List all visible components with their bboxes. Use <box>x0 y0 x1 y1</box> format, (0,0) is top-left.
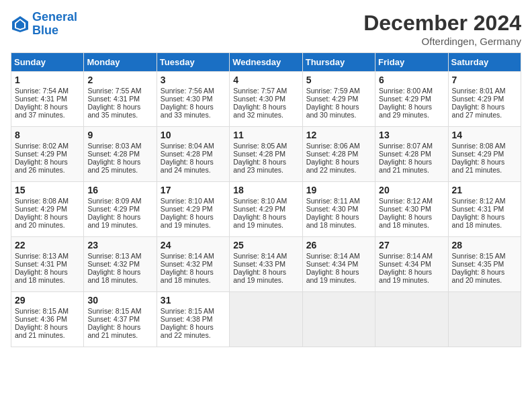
sunrise-label: Sunrise: 8:13 AM <box>15 252 69 260</box>
day-cell: 20 Sunrise: 8:12 AM Sunset: 4:30 PM Dayl… <box>375 182 448 237</box>
sunset-label: Sunset: 4:28 PM <box>306 150 359 158</box>
daylight-label: Daylight: 8 hours and 27 minutes. <box>452 103 505 119</box>
col-sunday: Sunday <box>11 53 84 72</box>
day-cell: 28 Sunrise: 8:15 AM Sunset: 4:35 PM Dayl… <box>448 237 521 292</box>
day-number: 30 <box>87 295 152 306</box>
calendar-table: Sunday Monday Tuesday Wednesday Thursday… <box>11 52 521 347</box>
daylight-label: Daylight: 8 hours and 35 minutes. <box>87 103 140 119</box>
sunset-label: Sunset: 4:37 PM <box>87 315 140 323</box>
daylight-label: Daylight: 8 hours and 21 minutes. <box>87 323 140 339</box>
week-row-3: 15 Sunrise: 8:08 AM Sunset: 4:29 PM Dayl… <box>11 182 521 237</box>
day-number: 13 <box>379 130 444 140</box>
sunset-label: Sunset: 4:29 PM <box>452 150 504 158</box>
day-cell <box>302 292 375 347</box>
sunrise-label: Sunrise: 7:55 AM <box>87 87 141 95</box>
logo: General Blue <box>11 11 77 38</box>
sunrise-label: Sunrise: 8:14 AM <box>161 252 214 260</box>
day-cell: 7 Sunrise: 8:01 AM Sunset: 4:29 PM Dayli… <box>448 72 521 127</box>
sunset-label: Sunset: 4:38 PM <box>161 315 213 323</box>
daylight-label: Daylight: 8 hours and 20 minutes. <box>452 268 505 284</box>
sunrise-label: Sunrise: 7:54 AM <box>15 87 69 95</box>
daylight-label: Daylight: 8 hours and 20 minutes. <box>15 213 68 229</box>
sunrise-label: Sunrise: 8:14 AM <box>306 252 360 260</box>
col-friday: Friday <box>375 53 448 72</box>
daylight-label: Daylight: 8 hours and 18 minutes. <box>161 268 214 284</box>
sunrise-label: Sunrise: 8:15 AM <box>87 307 141 315</box>
sunset-label: Sunset: 4:29 PM <box>379 95 431 103</box>
daylight-label: Daylight: 8 hours and 25 minutes. <box>87 158 140 174</box>
sunset-label: Sunset: 4:28 PM <box>161 150 213 158</box>
daylight-label: Daylight: 8 hours and 18 minutes. <box>15 268 68 284</box>
sunset-label: Sunset: 4:33 PM <box>233 260 285 268</box>
daylight-label: Daylight: 8 hours and 19 minutes. <box>306 268 359 284</box>
daylight-label: Daylight: 8 hours and 18 minutes. <box>452 213 505 229</box>
sunset-label: Sunset: 4:29 PM <box>306 95 359 103</box>
sunset-label: Sunset: 4:28 PM <box>87 150 140 158</box>
sunset-label: Sunset: 4:29 PM <box>15 150 67 158</box>
sunset-label: Sunset: 4:28 PM <box>233 150 285 158</box>
sunset-label: Sunset: 4:31 PM <box>452 205 504 213</box>
sunrise-label: Sunrise: 8:05 AM <box>233 142 287 150</box>
day-number: 28 <box>452 240 517 250</box>
daylight-label: Daylight: 8 hours and 22 minutes. <box>161 323 214 339</box>
sunrise-label: Sunrise: 8:03 AM <box>87 142 141 150</box>
daylight-label: Daylight: 8 hours and 19 minutes. <box>87 213 140 229</box>
sunset-label: Sunset: 4:34 PM <box>306 260 359 268</box>
daylight-label: Daylight: 8 hours and 26 minutes. <box>15 158 68 174</box>
sunrise-label: Sunrise: 7:57 AM <box>233 87 287 95</box>
sunrise-label: Sunrise: 7:59 AM <box>306 87 360 95</box>
week-row-5: 29 Sunrise: 8:15 AM Sunset: 4:36 PM Dayl… <box>11 292 521 347</box>
day-number: 11 <box>233 130 298 140</box>
sunset-label: Sunset: 4:29 PM <box>87 205 140 213</box>
sunset-label: Sunset: 4:31 PM <box>15 260 67 268</box>
day-number: 15 <box>15 185 80 195</box>
day-number: 19 <box>306 185 371 195</box>
sunset-label: Sunset: 4:32 PM <box>87 260 140 268</box>
day-number: 8 <box>15 130 80 140</box>
day-number: 1 <box>15 75 80 85</box>
daylight-label: Daylight: 8 hours and 19 minutes. <box>379 268 432 284</box>
day-number: 27 <box>379 240 444 250</box>
day-cell <box>375 292 448 347</box>
day-number: 5 <box>306 75 371 85</box>
daylight-label: Daylight: 8 hours and 30 minutes. <box>306 103 359 119</box>
daylight-label: Daylight: 8 hours and 18 minutes. <box>306 213 359 229</box>
sunset-label: Sunset: 4:32 PM <box>161 260 213 268</box>
day-cell: 9 Sunrise: 8:03 AM Sunset: 4:28 PM Dayli… <box>84 127 157 182</box>
daylight-label: Daylight: 8 hours and 21 minutes. <box>379 158 432 174</box>
sunrise-label: Sunrise: 7:56 AM <box>161 87 214 95</box>
day-number: 7 <box>452 75 517 85</box>
daylight-label: Daylight: 8 hours and 18 minutes. <box>379 213 432 229</box>
day-cell: 2 Sunrise: 7:55 AM Sunset: 4:31 PM Dayli… <box>84 72 157 127</box>
day-cell: 6 Sunrise: 8:00 AM Sunset: 4:29 PM Dayli… <box>375 72 448 127</box>
daylight-label: Daylight: 8 hours and 19 minutes. <box>233 213 286 229</box>
day-number: 17 <box>161 185 226 195</box>
day-cell: 25 Sunrise: 8:14 AM Sunset: 4:33 PM Dayl… <box>230 237 302 292</box>
day-cell: 11 Sunrise: 8:05 AM Sunset: 4:28 PM Dayl… <box>230 127 302 182</box>
day-cell <box>448 292 521 347</box>
logo-icon <box>11 15 30 34</box>
sunset-label: Sunset: 4:34 PM <box>379 260 431 268</box>
day-cell: 13 Sunrise: 8:07 AM Sunset: 4:28 PM Dayl… <box>375 127 448 182</box>
sunset-label: Sunset: 4:29 PM <box>161 205 213 213</box>
week-row-2: 8 Sunrise: 8:02 AM Sunset: 4:29 PM Dayli… <box>11 127 521 182</box>
month-title: December 2024 <box>363 11 521 36</box>
daylight-label: Daylight: 8 hours and 33 minutes. <box>161 103 214 119</box>
day-number: 31 <box>161 295 226 306</box>
col-wednesday: Wednesday <box>230 53 302 72</box>
daylight-label: Daylight: 8 hours and 21 minutes. <box>452 158 505 174</box>
day-number: 24 <box>161 240 226 250</box>
sunrise-label: Sunrise: 8:08 AM <box>452 142 506 150</box>
sunrise-label: Sunrise: 8:12 AM <box>452 197 506 205</box>
day-number: 16 <box>87 185 152 195</box>
day-cell: 27 Sunrise: 8:14 AM Sunset: 4:34 PM Dayl… <box>375 237 448 292</box>
day-number: 26 <box>306 240 371 250</box>
sunrise-label: Sunrise: 8:14 AM <box>233 252 287 260</box>
day-cell <box>230 292 302 347</box>
sunset-label: Sunset: 4:30 PM <box>379 205 431 213</box>
daylight-label: Daylight: 8 hours and 19 minutes. <box>161 213 214 229</box>
day-number: 2 <box>87 75 152 85</box>
day-number: 9 <box>87 130 152 140</box>
day-cell: 31 Sunrise: 8:15 AM Sunset: 4:38 PM Dayl… <box>157 292 229 347</box>
sunrise-label: Sunrise: 8:12 AM <box>379 197 433 205</box>
